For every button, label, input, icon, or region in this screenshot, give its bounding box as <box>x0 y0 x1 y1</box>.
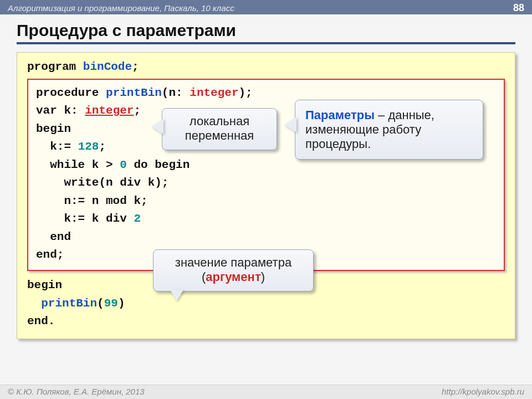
callout-params-bold: Параметры <box>305 108 375 122</box>
content-area: program binCode; procedure printBin(n: i… <box>0 44 532 339</box>
ident-printbin: printBin <box>106 86 162 99</box>
line-call: printBin(99) <box>27 295 505 313</box>
semicolon-1: ; <box>132 60 139 73</box>
while-pre: while k > <box>36 158 120 171</box>
kdiv-pre: k:= k div <box>36 212 134 225</box>
footer-credits: © К.Ю. Поляков, Е.А. Ерёмин, 2013 <box>8 387 145 399</box>
footer-url: http://kpolyakov.spb.ru <box>442 387 524 399</box>
lit-128: 128 <box>78 140 99 153</box>
callout-argument: значение параметра (аргумент) <box>153 249 314 291</box>
line-program: program binCode; <box>27 58 505 76</box>
course-title: Алгоритмизация и программирование, Паска… <box>8 3 234 13</box>
lit-0: 0 <box>120 158 127 171</box>
call-name: printBin <box>41 297 97 310</box>
callout-tail-icon <box>151 119 163 134</box>
header-bar: Алгоритмизация и программирование, Паска… <box>0 0 532 14</box>
callout-local-var: локальная переменная <box>162 108 277 150</box>
kw-begin-proc: begin <box>36 122 71 135</box>
ident-bincode: binCode <box>83 60 132 73</box>
line-nmod: n:= n mod k; <box>36 192 496 211</box>
type-integer-2: integer <box>85 104 134 117</box>
kw-var: var <box>36 104 57 117</box>
code-block-outer: program binCode; procedure printBin(n: i… <box>17 52 515 339</box>
line-write: write(n div k); <box>36 174 496 192</box>
callout-arg-hi: аргумент <box>206 270 260 284</box>
kw-program: program <box>27 60 76 73</box>
line-end-inner: end <box>36 228 496 247</box>
callout-tail-icon-3 <box>170 290 183 301</box>
var-pre: k: <box>57 104 85 117</box>
slide-title: Процедура с параметрами <box>17 21 515 44</box>
callout-tail-icon-2 <box>284 117 296 132</box>
line-kdiv: k:= k div 2 <box>36 210 496 228</box>
callout-params: Параметры – данные, изменяющие работу пр… <box>295 100 483 160</box>
param-open: (n: <box>162 86 190 99</box>
var-post: ; <box>134 104 141 117</box>
k128-pre: k:= <box>36 140 78 153</box>
while-post: do begin <box>127 158 190 171</box>
callout-local-var-text: локальная переменная <box>185 114 254 142</box>
param-close: ); <box>239 86 253 99</box>
call-arg: 99 <box>104 297 118 310</box>
callout-arg-post: ) <box>261 270 265 284</box>
line-end-main: end. <box>27 313 505 331</box>
kw-procedure: procedure <box>36 86 99 99</box>
footer-bar: © К.Ю. Поляков, Е.А. Ерёмин, 2013 http:/… <box>0 385 532 399</box>
k128-post: ; <box>99 140 106 153</box>
call-close: ) <box>118 297 125 310</box>
page-number: 88 <box>513 2 524 14</box>
type-integer-1: integer <box>190 86 238 99</box>
call-open: ( <box>97 297 104 310</box>
lit-2: 2 <box>134 212 141 225</box>
